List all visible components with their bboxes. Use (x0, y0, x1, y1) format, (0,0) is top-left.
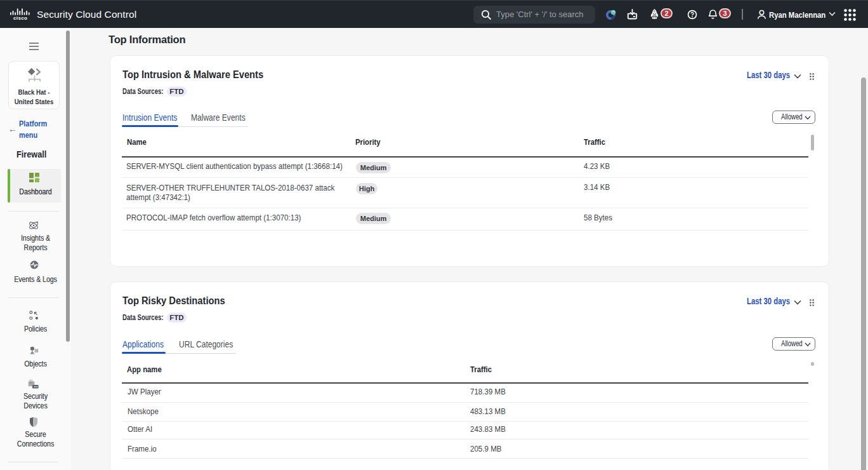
svg-text:cisco: cisco (13, 15, 27, 20)
